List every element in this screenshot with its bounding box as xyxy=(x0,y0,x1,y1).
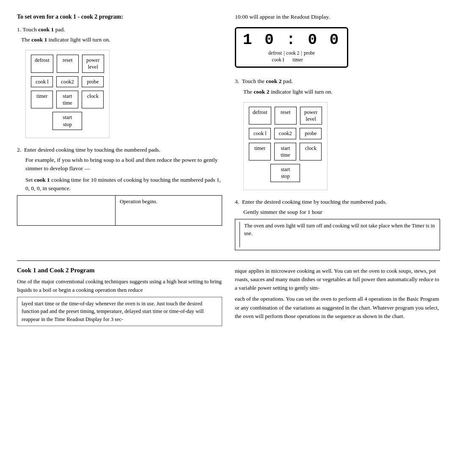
step3-block: 3. Touch the cook 2 pad. The cook 2 indi… xyxy=(235,77,440,96)
note-box: The oven and oven light will turn off an… xyxy=(235,219,440,250)
sep2: | xyxy=(301,50,302,55)
clock-btn-1[interactable]: clock xyxy=(82,91,104,109)
sep1: | xyxy=(284,50,284,55)
cook1-btn-2[interactable]: cook l xyxy=(249,128,271,139)
cook2-btn-2[interactable]: cook2 xyxy=(274,128,296,139)
step3-number: 3. Touch the cook 2 pad. xyxy=(235,77,440,86)
keypad2-row-3: timer starttime clock xyxy=(249,143,322,161)
display-label-timer: timer xyxy=(293,57,303,62)
start-time-btn-1[interactable]: starttime xyxy=(56,91,78,109)
display-intro: 10:00 will appear in the Readout Display… xyxy=(235,13,440,21)
display-box: 1 0 : 0 0 defrost | cook 2 | probe cook … xyxy=(235,27,348,68)
power-level-btn-1[interactable]: powerlevel xyxy=(82,55,104,73)
cook2-btn-1[interactable]: cook2 xyxy=(56,76,78,87)
start-stop-btn-1[interactable]: startstop xyxy=(52,112,82,130)
reset-btn-2[interactable]: reset xyxy=(275,107,297,125)
power-level-btn-2[interactable]: powerlevel xyxy=(300,107,322,125)
reset-btn-1[interactable]: reset xyxy=(57,55,79,73)
display-label-probe: probe xyxy=(304,50,315,55)
probe-btn-1[interactable]: probe xyxy=(82,76,104,87)
keypad-row-1: defrost reset powerlevel xyxy=(31,55,104,73)
step1-text2: pad. xyxy=(54,26,65,33)
bottom-section: Cook 1 and Cook 2 Program One of the maj… xyxy=(17,260,440,329)
left-col: To set oven for a cook 1 - cook 2 progra… xyxy=(17,13,222,250)
operation-begins: Operation begins. xyxy=(120,199,157,205)
start-time-btn-2[interactable]: starttime xyxy=(274,143,296,161)
step1-num-label: 1. xyxy=(17,26,21,33)
operation-right-text: Operation begins. xyxy=(116,196,222,225)
note-text: The oven and oven light will turn off an… xyxy=(244,222,435,247)
bottom-left: Cook 1 and Cook 2 Program One of the maj… xyxy=(17,267,222,329)
step1-number: 1. Touch cook 1 pad. xyxy=(17,25,222,34)
keypad2-row-1: defrost reset powerlevel xyxy=(249,107,322,125)
top-section: To set oven for a cook 1 - cook 2 progra… xyxy=(17,13,440,255)
keypad-row-2: cook l cook2 probe xyxy=(31,76,104,87)
keypad2-row-2: cook l cook2 probe xyxy=(249,128,322,139)
operation-left-empty xyxy=(17,196,116,225)
step1-sub-bold: cook 1 xyxy=(31,36,47,43)
right-col: 10:00 will appear in the Readout Display… xyxy=(235,13,440,250)
step2-para1: For example, if you wish to bring soup t… xyxy=(25,156,222,173)
bottom-title: Cook 1 and Cook 2 Program xyxy=(17,267,222,274)
main-heading: To set oven for a cook 1 - cook 2 progra… xyxy=(17,13,222,21)
clock-btn-2[interactable]: clock xyxy=(300,143,322,161)
keypad2-row-4: startstop xyxy=(249,164,322,182)
bottom-right-para2: each of the operations. You can set the … xyxy=(235,295,440,320)
defrost-btn-2[interactable]: defrost xyxy=(249,107,271,125)
display-label-cook1: cook I xyxy=(272,57,284,62)
page-container: To set oven for a cook 1 - cook 2 progra… xyxy=(17,13,440,329)
bottom-left-para1: One of the major conventional cooking te… xyxy=(17,277,222,294)
bottom-right: nique applies in microwave cooking as we… xyxy=(235,267,440,329)
keypad-2: defrost reset powerlevel cook l cook2 pr… xyxy=(243,102,328,190)
step2-number: 2. Enter desired cooking time by touchin… xyxy=(17,146,222,154)
operation-box: Operation begins. xyxy=(17,195,222,226)
keypad-row-4: startstop xyxy=(31,112,104,130)
display-digits: 1 0 : 0 0 xyxy=(243,33,340,48)
keypad-row-3: timer starttime clock xyxy=(31,91,104,109)
step4-block: 4. Enter the desired cooking time by tou… xyxy=(235,198,440,217)
step2-para2: Set cook 1 cooking time for 10 minutes o… xyxy=(25,176,222,193)
note-left-border xyxy=(240,222,240,247)
bottom-inset-box: layed start time or the time-of-day when… xyxy=(17,297,222,326)
step1-bold: cook 1 xyxy=(38,26,54,33)
defrost-btn-1[interactable]: defrost xyxy=(31,55,53,73)
step3-sub: The cook 2 indicator light will turn on. xyxy=(243,88,440,96)
timer-btn-1[interactable]: timer xyxy=(31,91,53,109)
display-label-defrost: defrost xyxy=(268,50,282,55)
step1-sub: The cook 1 indicator light will turn on. xyxy=(17,36,222,44)
start-stop-btn-2[interactable]: startstop xyxy=(270,164,300,182)
display-label-cook2: cook 2 xyxy=(286,50,300,55)
probe-btn-2[interactable]: probe xyxy=(300,128,322,139)
step4-number: 4. Enter the desired cooking time by tou… xyxy=(235,198,440,206)
cook1-btn-1[interactable]: cook l xyxy=(31,76,53,87)
step2-block: 2. Enter desired cooking time by touchin… xyxy=(17,146,222,193)
display-labels2: cook I timer xyxy=(243,56,340,63)
keypad-1: defrost reset powerlevel cook l cook2 pr… xyxy=(25,50,110,138)
step4-para1: Gently simmer the soup for 1 hour xyxy=(243,208,440,216)
display-labels: defrost | cook 2 | probe xyxy=(243,50,340,56)
bottom-right-para1: nique applies in microwave cooking as we… xyxy=(235,267,440,292)
timer-btn-2[interactable]: timer xyxy=(249,143,271,161)
